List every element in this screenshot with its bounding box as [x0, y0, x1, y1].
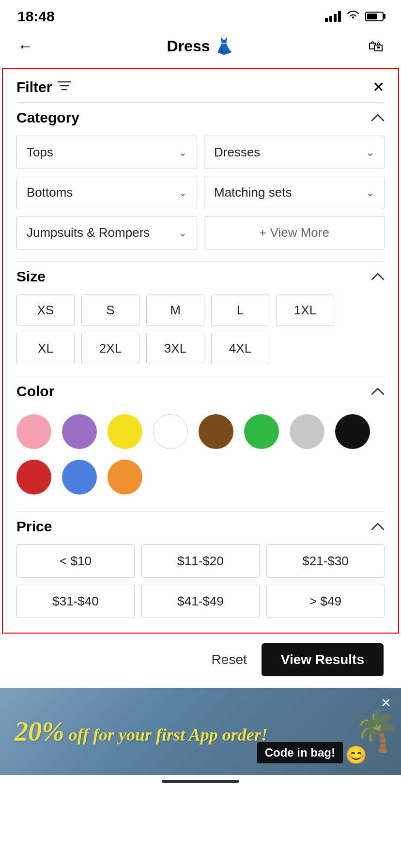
battery-icon: [365, 12, 384, 21]
promo-banner: 20% off for your first App order! Code i…: [0, 688, 401, 775]
size-grid: XS S M L 1XL XL 2XL 3XL 4XL: [16, 294, 385, 364]
price-grid: < $10 $11-$20 $21-$30 $31-$40 $41-$49 > …: [16, 544, 385, 618]
chevron-down-icon: ⌄: [178, 146, 187, 159]
size-section-header: Size: [16, 268, 385, 285]
category-item-tops[interactable]: Tops ⌄: [16, 136, 197, 169]
filter-panel: Filter ✕ Category Tops ⌄ Dresses: [2, 68, 399, 634]
size-collapse-icon[interactable]: [371, 270, 385, 283]
category-item-dresses[interactable]: Dresses ⌄: [204, 136, 385, 169]
color-collapse-icon[interactable]: [371, 385, 385, 398]
price-over-49[interactable]: > $49: [266, 585, 385, 618]
size-l[interactable]: L: [211, 294, 269, 326]
home-bar: [162, 780, 239, 783]
color-pink[interactable]: [16, 414, 51, 449]
signal-icon: [325, 11, 341, 22]
filter-close-button[interactable]: ✕: [372, 78, 385, 95]
size-m[interactable]: M: [146, 294, 204, 326]
size-title: Size: [16, 268, 46, 285]
home-indicator: [0, 775, 401, 788]
back-button[interactable]: ←: [17, 37, 33, 55]
color-grid: [16, 409, 385, 499]
filter-lines-icon: [58, 80, 71, 94]
divider: [16, 102, 385, 103]
color-red[interactable]: [16, 460, 51, 495]
view-results-button[interactable]: View Results: [262, 643, 384, 676]
price-31-40[interactable]: $31-$40: [16, 585, 135, 618]
promo-code-badge: Code in bag!: [257, 742, 343, 763]
size-xs[interactable]: XS: [16, 294, 75, 326]
view-more-button[interactable]: + View More: [204, 216, 385, 249]
color-purple[interactable]: [62, 414, 97, 449]
category-collapse-icon[interactable]: [371, 111, 385, 124]
price-title: Price: [16, 518, 52, 535]
bag-icon[interactable]: 🛍: [368, 37, 384, 55]
filter-title: Filter: [16, 79, 52, 95]
price-under-10[interactable]: < $10: [16, 544, 135, 578]
promo-close-button[interactable]: ✕: [381, 696, 391, 711]
size-xl[interactable]: XL: [16, 333, 75, 364]
color-black[interactable]: [335, 414, 370, 449]
status-icons: [325, 10, 384, 23]
color-brown[interactable]: [199, 414, 233, 449]
divider: [16, 376, 385, 376]
page-title: Dress 👗: [167, 37, 234, 55]
status-bar: 18:48: [0, 0, 401, 29]
category-item-matching-sets[interactable]: Matching sets ⌄: [204, 176, 385, 209]
price-41-49[interactable]: $41-$49: [141, 585, 260, 618]
divider: [16, 511, 385, 512]
color-light-gray[interactable]: [290, 414, 324, 449]
chevron-down-icon: ⌄: [366, 146, 374, 159]
color-orange[interactable]: [108, 460, 142, 495]
promo-percent: 20%: [15, 716, 64, 746]
color-yellow[interactable]: [108, 414, 142, 449]
wifi-icon: [347, 10, 359, 23]
filter-header: Filter ✕: [16, 78, 385, 95]
price-section-header: Price: [16, 518, 385, 535]
category-title: Category: [16, 109, 79, 126]
price-11-20[interactable]: $11-$20: [141, 544, 260, 578]
color-section-header: Color: [16, 383, 385, 400]
price-collapse-icon[interactable]: [371, 520, 385, 533]
chevron-down-icon: ⌄: [178, 227, 187, 239]
size-s[interactable]: S: [81, 294, 139, 326]
reset-button[interactable]: Reset: [212, 652, 247, 667]
chevron-down-icon: ⌄: [178, 186, 187, 199]
category-item-jumpsuits[interactable]: Jumpsuits & Rompers ⌄: [16, 216, 197, 249]
category-item-bottoms[interactable]: Bottoms ⌄: [16, 176, 197, 209]
bottom-bar: Reset View Results: [0, 634, 401, 686]
chevron-down-icon: ⌄: [366, 186, 374, 199]
divider: [16, 261, 385, 262]
color-title: Color: [16, 383, 54, 400]
size-1xl[interactable]: 1XL: [276, 294, 334, 326]
size-4xl[interactable]: 4XL: [211, 333, 269, 364]
color-white[interactable]: [153, 414, 188, 449]
price-21-30[interactable]: $21-$30: [266, 544, 385, 578]
color-blue[interactable]: [62, 460, 97, 495]
category-grid: Tops ⌄ Dresses ⌄ Bottoms ⌄ Matching sets…: [16, 136, 385, 249]
color-green[interactable]: [244, 414, 279, 449]
size-2xl[interactable]: 2XL: [81, 333, 139, 364]
nav-bar: ← Dress 👗 🛍: [0, 29, 401, 68]
size-3xl[interactable]: 3XL: [146, 333, 204, 364]
category-section-header: Category: [16, 109, 385, 126]
status-time: 18:48: [17, 8, 55, 25]
